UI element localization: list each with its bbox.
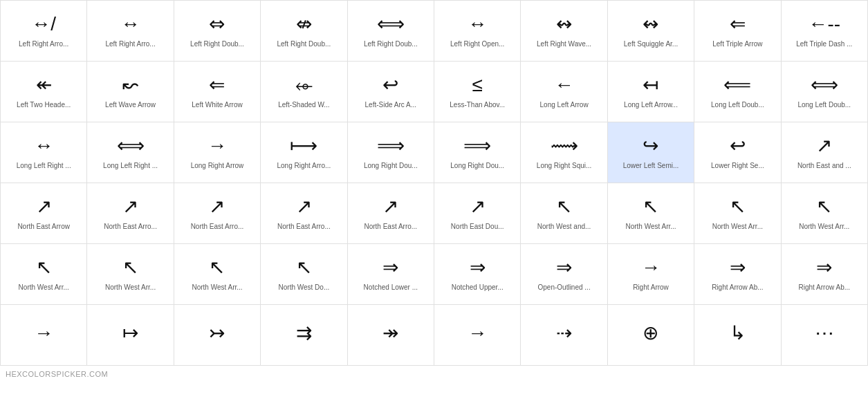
symbol-label: North West and... [537,222,591,231]
symbol-glyph: ⇉ [296,324,312,343]
symbol-glyph: ↖ [36,258,52,277]
symbol-cell[interactable]: ↜Left Wave Arrow [87,62,174,122]
symbol-cell[interactable]: ↖North West Arr... [174,244,261,305]
symbol-glyph: ⊕ [643,324,658,343]
symbol-cell[interactable]: ↠ [348,305,434,366]
symbol-cell[interactable]: ⟹Long Right Dou... [348,122,434,183]
symbol-label: Left Right Wave... [537,39,591,48]
symbol-cell[interactable]: ↔Left Right Arro... [87,1,174,62]
symbol-glyph: ←-- [808,15,840,34]
symbol-glyph: ↭ [556,15,572,34]
symbol-cell[interactable]: ⊕ [608,305,694,366]
symbol-cell[interactable]: ⇐Left Triple Arrow [694,1,781,62]
symbol-cell[interactable]: →Right Arrow [608,244,694,305]
symbol-cell[interactable]: ↖North West Arr... [694,183,781,244]
symbol-cell[interactable]: ⇎Left Right Doub... [261,1,347,62]
symbol-cell[interactable]: ⟺Left Right Doub... [348,1,434,62]
symbol-glyph: ⟹ [377,136,405,156]
symbol-glyph: ↗ [470,197,486,216]
symbol-cell[interactable]: ↣ [174,305,261,366]
symbol-cell[interactable]: ↗North East Dou... [434,183,521,244]
symbol-label: Left Squiggle Ar... [624,39,678,48]
symbol-label: North West Arr... [625,222,676,231]
symbol-cell[interactable]: → [434,305,521,366]
symbol-cell[interactable]: ↦ [87,305,174,366]
symbol-cell[interactable]: ↗North East Arro... [87,183,174,244]
symbol-cell[interactable]: ⟹Long Right Dou... [434,122,521,183]
symbol-cell[interactable]: ↩Left-Side Arc A... [348,62,434,122]
symbol-glyph: ↗ [382,197,398,216]
symbol-glyph: ⇐ [209,75,225,95]
symbol-cell[interactable]: ↗North East Arro... [261,183,347,244]
symbol-cell[interactable]: ≤Less-Than Abov... [434,62,521,122]
symbol-cell[interactable]: ↤Long Left Arrow... [608,62,694,122]
symbol-cell[interactable]: ⟸Long Left Doub... [694,62,781,122]
symbol-cell[interactable]: → [1,305,87,366]
symbol-label: Long Right Arrow [191,161,244,170]
symbol-label: North East Arro... [191,222,244,231]
symbol-cell[interactable]: ↖North West Arr... [1,244,87,305]
symbol-glyph: ↠ [382,324,398,343]
symbol-label: Left Right Arro... [19,39,68,48]
symbol-cell[interactable]: ↔Long Left Right ... [1,122,87,183]
symbol-cell[interactable]: ↳ [694,305,781,366]
symbol-cell[interactable]: ⬰Left-Shaded W... [261,62,347,122]
symbol-glyph: ↖ [209,258,225,277]
symbol-glyph: ↔ [121,15,140,34]
symbol-cell[interactable]: ⇔Left Right Doub... [174,1,261,62]
symbol-cell[interactable]: ⇒Notched Lower ... [348,244,434,305]
symbol-label: North East Arro... [104,222,157,231]
symbol-cell[interactable]: ↖North West Do... [261,244,347,305]
symbol-cell[interactable]: ⟿Long Right Squi... [521,122,607,183]
symbol-cell[interactable]: ←--Left Triple Dash ... [782,1,868,62]
symbol-cell[interactable]: ⟺Long Left Right ... [87,122,174,183]
symbol-cell[interactable]: ↖North West Arr... [608,183,694,244]
symbol-cell[interactable]: ↗North East Arro... [348,183,434,244]
symbol-label: North West Arr... [799,222,849,231]
symbol-cell[interactable]: ↗North East and ... [782,122,868,183]
symbol-cell[interactable]: ⋯ [782,305,868,366]
symbol-cell[interactable]: ↗North East Arrow [1,183,87,244]
symbol-cell[interactable]: ↔Left Right Open... [434,1,521,62]
symbol-cell[interactable]: ↖North West Arr... [782,183,868,244]
symbol-cell[interactable]: ↞Left Two Heade... [1,62,87,122]
symbol-cell[interactable]: ↭Left Squiggle Ar... [608,1,694,62]
symbol-label: Long Left Right ... [17,161,71,170]
symbol-glyph: ⇒ [730,258,746,277]
symbol-glyph: ↔ [468,15,487,34]
symbol-label: Left Right Doub... [364,39,418,48]
symbol-cell[interactable]: ⇉ [261,305,347,366]
symbol-label: North West Arr... [105,283,156,292]
symbol-cell[interactable]: ⇒Right Arrow Ab... [782,244,868,305]
symbol-label: North East and ... [797,161,851,170]
symbol-glyph: ⟼ [290,136,317,156]
symbol-cell[interactable]: ⇒Right Arrow Ab... [694,244,781,305]
symbol-cell[interactable]: ⟼Long Right Arro... [261,122,347,183]
symbol-cell[interactable]: →Long Right Arrow [174,122,261,183]
symbol-label: Long Right Squi... [537,161,592,170]
symbol-glyph: ⇒ [556,258,572,277]
symbol-cell[interactable]: ⇐Left White Arrow [174,62,261,122]
symbol-glyph: ↖ [643,197,658,216]
symbol-cell[interactable]: ↖North West Arr... [87,244,174,305]
symbol-label: Open-Outlined ... [538,283,591,292]
symbol-cell[interactable]: ↩Lower Right Se... [694,122,781,183]
symbol-cell[interactable]: ↪Lower Left Semi... [608,122,694,183]
symbol-cell[interactable]: ⇢ [521,305,607,366]
symbol-cell[interactable]: ←Long Left Arrow [521,62,607,122]
symbol-cell[interactable]: ⟺Long Left Doub... [782,62,868,122]
symbol-glyph: ↖ [122,258,138,277]
symbol-cell[interactable]: ↔/Left Right Arro... [1,1,87,62]
symbol-cell[interactable]: ↗North East Arro... [174,183,261,244]
symbol-glyph: → [34,324,53,343]
symbol-cell[interactable]: ⇒Open-Outlined ... [521,244,607,305]
symbol-glyph: ↩ [382,75,398,95]
symbol-cell[interactable]: ⇒Notched Upper... [434,244,521,305]
symbol-glyph: ↔ [34,136,53,156]
symbol-glyph: ↗ [36,197,52,216]
symbol-glyph: ↦ [122,324,138,343]
symbol-glyph: ⋯ [815,324,834,343]
symbol-cell[interactable]: ↖North West and... [521,183,607,244]
symbol-cell[interactable]: ↭Left Right Wave... [521,1,607,62]
symbol-label: Left Right Doub... [190,39,244,48]
